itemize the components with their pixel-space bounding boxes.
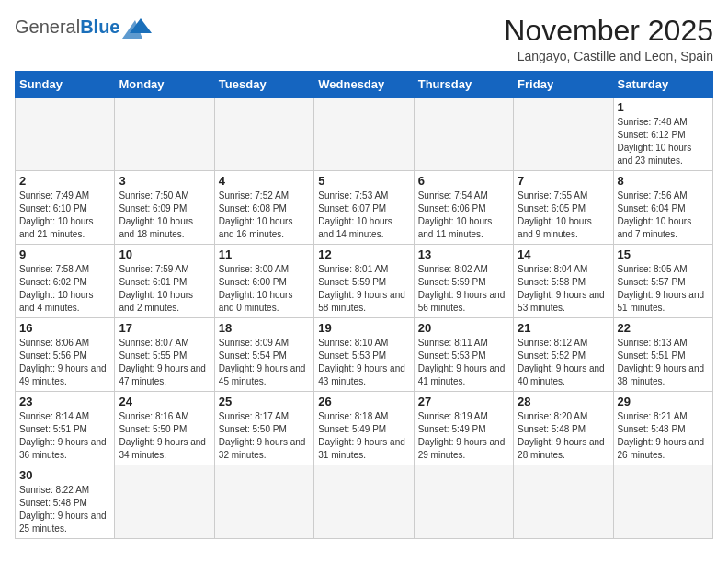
day-info: Sunrise: 7:59 AM Sunset: 6:01 PM Dayligh… <box>119 263 210 315</box>
calendar-day-cell: 1Sunrise: 7:48 AM Sunset: 6:12 PM Daylig… <box>613 98 712 171</box>
day-number: 24 <box>119 395 210 408</box>
calendar-day-cell: 14Sunrise: 8:04 AM Sunset: 5:58 PM Dayli… <box>514 245 613 318</box>
calendar-day-cell <box>414 465 513 539</box>
day-info: Sunrise: 8:12 AM Sunset: 5:52 PM Dayligh… <box>518 337 609 388</box>
day-number: 28 <box>518 395 609 408</box>
day-number: 14 <box>518 247 609 261</box>
weekday-header-monday: Monday <box>115 72 214 98</box>
day-number: 5 <box>318 174 409 188</box>
month-title: November 2025 <box>504 15 713 47</box>
calendar-day-cell <box>16 98 115 171</box>
calendar-day-cell <box>115 465 214 539</box>
day-number: 22 <box>618 321 709 335</box>
day-info: Sunrise: 7:52 AM Sunset: 6:08 PM Dayligh… <box>219 190 310 241</box>
weekday-header-wednesday: Wednesday <box>314 72 414 98</box>
calendar-day-cell: 8Sunrise: 7:56 AM Sunset: 6:04 PM Daylig… <box>613 171 712 245</box>
day-number: 16 <box>19 321 110 335</box>
calendar-day-cell: 23Sunrise: 8:14 AM Sunset: 5:51 PM Dayli… <box>16 392 115 465</box>
calendar-day-cell <box>314 98 414 171</box>
calendar-day-cell: 4Sunrise: 7:52 AM Sunset: 6:08 PM Daylig… <box>214 171 313 245</box>
calendar-day-cell: 29Sunrise: 8:21 AM Sunset: 5:48 PM Dayli… <box>613 392 712 465</box>
day-info: Sunrise: 7:48 AM Sunset: 6:12 PM Dayligh… <box>618 116 709 167</box>
day-info: Sunrise: 8:20 AM Sunset: 5:48 PM Dayligh… <box>518 410 609 462</box>
day-number: 17 <box>119 321 210 335</box>
day-info: Sunrise: 8:05 AM Sunset: 5:57 PM Dayligh… <box>618 263 709 315</box>
calendar-day-cell <box>214 465 313 539</box>
day-info: Sunrise: 8:00 AM Sunset: 6:00 PM Dayligh… <box>219 263 310 315</box>
day-info: Sunrise: 8:06 AM Sunset: 5:56 PM Dayligh… <box>19 337 110 388</box>
title-area: November 2025 Langayo, Castille and Leon… <box>504 15 713 63</box>
calendar-day-cell: 27Sunrise: 8:19 AM Sunset: 5:49 PM Dayli… <box>414 392 513 465</box>
calendar-day-cell: 26Sunrise: 8:18 AM Sunset: 5:49 PM Dayli… <box>314 392 414 465</box>
calendar-day-cell <box>115 98 214 171</box>
day-number: 19 <box>318 321 409 335</box>
calendar-week-row: 23Sunrise: 8:14 AM Sunset: 5:51 PM Dayli… <box>16 392 713 465</box>
day-number: 10 <box>119 247 210 261</box>
day-info: Sunrise: 7:49 AM Sunset: 6:10 PM Dayligh… <box>19 190 110 241</box>
calendar-day-cell <box>514 465 613 539</box>
day-info: Sunrise: 7:56 AM Sunset: 6:04 PM Dayligh… <box>618 190 709 241</box>
day-number: 18 <box>219 321 310 335</box>
day-info: Sunrise: 8:14 AM Sunset: 5:51 PM Dayligh… <box>19 410 110 462</box>
day-number: 7 <box>518 174 609 188</box>
day-number: 1 <box>618 100 709 114</box>
calendar-table: SundayMondayTuesdayWednesdayThursdayFrid… <box>15 71 713 539</box>
day-number: 20 <box>418 321 509 335</box>
calendar-day-cell: 17Sunrise: 8:07 AM Sunset: 5:55 PM Dayli… <box>115 318 214 392</box>
weekday-header-friday: Friday <box>514 72 613 98</box>
day-number: 25 <box>219 395 310 408</box>
day-info: Sunrise: 8:22 AM Sunset: 5:48 PM Dayligh… <box>19 484 110 535</box>
day-info: Sunrise: 7:53 AM Sunset: 6:07 PM Dayligh… <box>318 190 409 241</box>
day-info: Sunrise: 8:04 AM Sunset: 5:58 PM Dayligh… <box>518 263 609 315</box>
calendar-day-cell: 22Sunrise: 8:13 AM Sunset: 5:51 PM Dayli… <box>613 318 712 392</box>
calendar-day-cell: 11Sunrise: 8:00 AM Sunset: 6:00 PM Dayli… <box>214 245 313 318</box>
day-number: 21 <box>518 321 609 335</box>
calendar-day-cell: 18Sunrise: 8:09 AM Sunset: 5:54 PM Dayli… <box>214 318 313 392</box>
calendar-day-cell: 19Sunrise: 8:10 AM Sunset: 5:53 PM Dayli… <box>314 318 414 392</box>
day-info: Sunrise: 8:19 AM Sunset: 5:49 PM Dayligh… <box>418 410 509 462</box>
day-number: 13 <box>418 247 509 261</box>
calendar-day-cell: 6Sunrise: 7:54 AM Sunset: 6:06 PM Daylig… <box>414 171 513 245</box>
calendar-day-cell: 13Sunrise: 8:02 AM Sunset: 5:59 PM Dayli… <box>414 245 513 318</box>
calendar-day-cell: 7Sunrise: 7:55 AM Sunset: 6:05 PM Daylig… <box>514 171 613 245</box>
day-number: 29 <box>618 395 709 408</box>
calendar-day-cell <box>314 465 414 539</box>
calendar-day-cell <box>613 465 712 539</box>
day-number: 26 <box>318 395 409 408</box>
day-number: 27 <box>418 395 509 408</box>
day-info: Sunrise: 8:07 AM Sunset: 5:55 PM Dayligh… <box>119 337 210 388</box>
day-number: 15 <box>618 247 709 261</box>
calendar-day-cell: 24Sunrise: 8:16 AM Sunset: 5:50 PM Dayli… <box>115 392 214 465</box>
day-number: 2 <box>19 174 110 188</box>
day-info: Sunrise: 8:18 AM Sunset: 5:49 PM Dayligh… <box>318 410 409 462</box>
day-info: Sunrise: 8:17 AM Sunset: 5:50 PM Dayligh… <box>219 410 310 462</box>
calendar-week-row: 1Sunrise: 7:48 AM Sunset: 6:12 PM Daylig… <box>16 98 713 171</box>
logo-area: GeneralBlue <box>15 15 152 39</box>
calendar-week-row: 16Sunrise: 8:06 AM Sunset: 5:56 PM Dayli… <box>16 318 713 392</box>
logo-text: GeneralBlue <box>15 17 120 37</box>
calendar-week-row: 30Sunrise: 8:22 AM Sunset: 5:48 PM Dayli… <box>16 465 713 539</box>
calendar-day-cell: 2Sunrise: 7:49 AM Sunset: 6:10 PM Daylig… <box>16 171 115 245</box>
day-info: Sunrise: 8:09 AM Sunset: 5:54 PM Dayligh… <box>219 337 310 388</box>
day-number: 23 <box>19 395 110 408</box>
header: GeneralBlue November 2025 Langayo, Casti… <box>15 15 713 63</box>
calendar-week-row: 2Sunrise: 7:49 AM Sunset: 6:10 PM Daylig… <box>16 171 713 245</box>
day-number: 3 <box>119 174 210 188</box>
calendar-day-cell <box>514 98 613 171</box>
calendar-day-cell: 30Sunrise: 8:22 AM Sunset: 5:48 PM Dayli… <box>16 465 115 539</box>
day-info: Sunrise: 8:02 AM Sunset: 5:59 PM Dayligh… <box>418 263 509 315</box>
day-number: 4 <box>219 174 310 188</box>
day-info: Sunrise: 7:54 AM Sunset: 6:06 PM Dayligh… <box>418 190 509 241</box>
calendar-day-cell <box>214 98 313 171</box>
day-info: Sunrise: 8:01 AM Sunset: 5:59 PM Dayligh… <box>318 263 409 315</box>
day-info: Sunrise: 7:58 AM Sunset: 6:02 PM Dayligh… <box>19 263 110 315</box>
day-info: Sunrise: 8:10 AM Sunset: 5:53 PM Dayligh… <box>318 337 409 388</box>
weekday-header-saturday: Saturday <box>613 72 712 98</box>
day-number: 8 <box>618 174 709 188</box>
calendar-day-cell: 3Sunrise: 7:50 AM Sunset: 6:09 PM Daylig… <box>115 171 214 245</box>
day-info: Sunrise: 7:50 AM Sunset: 6:09 PM Dayligh… <box>119 190 210 241</box>
calendar-day-cell: 25Sunrise: 8:17 AM Sunset: 5:50 PM Dayli… <box>214 392 313 465</box>
calendar-day-cell: 9Sunrise: 7:58 AM Sunset: 6:02 PM Daylig… <box>16 245 115 318</box>
calendar-day-cell <box>414 98 513 171</box>
day-number: 9 <box>19 247 110 261</box>
